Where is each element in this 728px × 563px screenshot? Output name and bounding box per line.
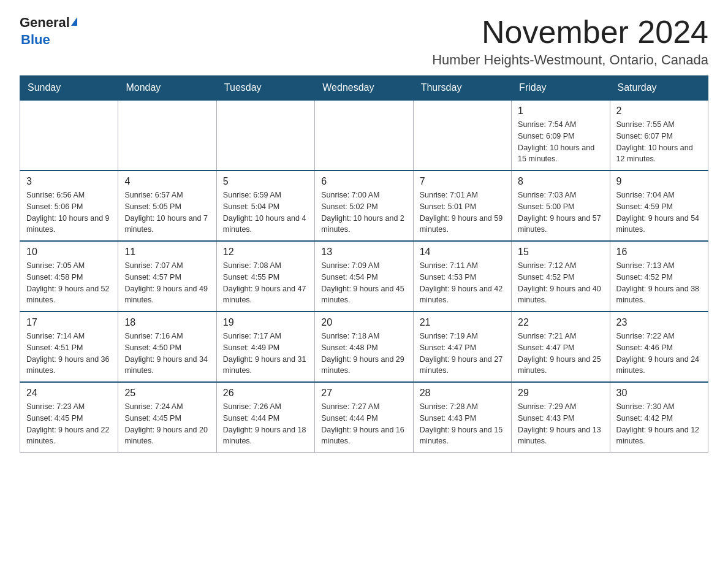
calendar-cell: 7Sunrise: 7:01 AMSunset: 5:01 PMDaylight… (413, 170, 511, 241)
calendar-cell: 16Sunrise: 7:13 AMSunset: 4:52 PMDayligh… (610, 241, 708, 312)
day-number: 17 (26, 317, 112, 328)
weekday-header-row: SundayMondayTuesdayWednesdayThursdayFrid… (20, 76, 708, 101)
day-number: 21 (420, 317, 505, 328)
day-number: 8 (518, 176, 603, 187)
weekday-header-thursday: Thursday (413, 76, 511, 101)
day-info: Sunrise: 7:24 AMSunset: 4:45 PMDaylight:… (124, 401, 210, 447)
title-area: November 2024 Humber Heights-Westmount, … (432, 15, 708, 68)
day-number: 13 (321, 247, 406, 258)
day-info: Sunrise: 7:54 AMSunset: 6:09 PMDaylight:… (518, 119, 603, 165)
calendar-cell: 5Sunrise: 6:59 AMSunset: 5:04 PMDaylight… (216, 170, 314, 241)
day-info: Sunrise: 7:13 AMSunset: 4:52 PMDaylight:… (616, 260, 702, 306)
day-info: Sunrise: 6:59 AMSunset: 5:04 PMDaylight:… (223, 190, 308, 236)
day-number: 25 (124, 388, 210, 399)
day-number: 24 (26, 388, 112, 399)
calendar-cell: 24Sunrise: 7:23 AMSunset: 4:45 PMDayligh… (20, 382, 118, 453)
day-info: Sunrise: 7:28 AMSunset: 4:43 PMDaylight:… (420, 401, 505, 447)
calendar-cell: 23Sunrise: 7:22 AMSunset: 4:46 PMDayligh… (610, 312, 708, 382)
calendar-cell: 30Sunrise: 7:30 AMSunset: 4:42 PMDayligh… (610, 382, 708, 453)
day-info: Sunrise: 7:21 AMSunset: 4:47 PMDaylight:… (518, 331, 603, 377)
weekday-header-friday: Friday (512, 76, 610, 101)
day-info: Sunrise: 7:23 AMSunset: 4:45 PMDaylight:… (26, 401, 112, 447)
day-info: Sunrise: 7:09 AMSunset: 4:54 PMDaylight:… (321, 260, 406, 306)
weekday-header-monday: Monday (118, 76, 216, 101)
day-info: Sunrise: 7:19 AMSunset: 4:47 PMDaylight:… (420, 331, 505, 377)
day-info: Sunrise: 7:27 AMSunset: 4:44 PMDaylight:… (321, 401, 406, 447)
day-info: Sunrise: 7:17 AMSunset: 4:49 PMDaylight:… (223, 331, 308, 377)
day-number: 4 (124, 176, 210, 187)
calendar-cell: 18Sunrise: 7:16 AMSunset: 4:50 PMDayligh… (118, 312, 216, 382)
day-number: 30 (616, 388, 702, 399)
calendar-cell: 14Sunrise: 7:11 AMSunset: 4:53 PMDayligh… (413, 241, 511, 312)
day-info: Sunrise: 7:12 AMSunset: 4:52 PMDaylight:… (518, 260, 603, 306)
weekday-header-sunday: Sunday (20, 76, 118, 101)
calendar-cell: 17Sunrise: 7:14 AMSunset: 4:51 PMDayligh… (20, 312, 118, 382)
day-number: 15 (518, 247, 603, 258)
calendar-cell: 29Sunrise: 7:29 AMSunset: 4:43 PMDayligh… (512, 382, 610, 453)
calendar-cell: 9Sunrise: 7:04 AMSunset: 4:59 PMDaylight… (610, 170, 708, 241)
weekday-header-saturday: Saturday (610, 76, 708, 101)
day-number: 12 (223, 247, 308, 258)
weekday-header-tuesday: Tuesday (216, 76, 314, 101)
calendar-cell (413, 100, 511, 170)
calendar-cell: 22Sunrise: 7:21 AMSunset: 4:47 PMDayligh… (512, 312, 610, 382)
day-number: 11 (124, 247, 210, 258)
day-info: Sunrise: 7:55 AMSunset: 6:07 PMDaylight:… (616, 119, 702, 165)
calendar-cell (216, 100, 314, 170)
day-info: Sunrise: 7:03 AMSunset: 5:00 PMDaylight:… (518, 190, 603, 236)
day-info: Sunrise: 7:16 AMSunset: 4:50 PMDaylight:… (124, 331, 210, 377)
calendar-cell: 11Sunrise: 7:07 AMSunset: 4:57 PMDayligh… (118, 241, 216, 312)
calendar-cell: 4Sunrise: 6:57 AMSunset: 5:05 PMDaylight… (118, 170, 216, 241)
calendar-cell: 10Sunrise: 7:05 AMSunset: 4:58 PMDayligh… (20, 241, 118, 312)
day-number: 26 (223, 388, 308, 399)
day-info: Sunrise: 7:14 AMSunset: 4:51 PMDaylight:… (26, 331, 112, 377)
day-number: 1 (518, 105, 603, 117)
page-header: General Blue November 2024 Humber Height… (20, 15, 708, 68)
day-info: Sunrise: 7:05 AMSunset: 4:58 PMDaylight:… (26, 260, 112, 306)
logo-blue-word: Blue (21, 32, 50, 48)
calendar-cell: 26Sunrise: 7:26 AMSunset: 4:44 PMDayligh… (216, 382, 314, 453)
day-number: 23 (616, 317, 702, 328)
day-info: Sunrise: 7:26 AMSunset: 4:44 PMDaylight:… (223, 401, 308, 447)
logo-general-text: General (20, 15, 70, 31)
day-info: Sunrise: 6:56 AMSunset: 5:06 PMDaylight:… (26, 190, 112, 236)
calendar-cell (118, 100, 216, 170)
day-number: 5 (223, 176, 308, 187)
day-number: 14 (420, 247, 505, 258)
location-subtitle: Humber Heights-Westmount, Ontario, Canad… (432, 52, 708, 68)
calendar-cell: 21Sunrise: 7:19 AMSunset: 4:47 PMDayligh… (413, 312, 511, 382)
day-info: Sunrise: 7:01 AMSunset: 5:01 PMDaylight:… (420, 190, 505, 236)
calendar-cell (315, 100, 413, 170)
week-row-5: 24Sunrise: 7:23 AMSunset: 4:45 PMDayligh… (20, 382, 708, 453)
day-number: 20 (321, 317, 406, 328)
week-row-3: 10Sunrise: 7:05 AMSunset: 4:58 PMDayligh… (20, 241, 708, 312)
day-number: 19 (223, 317, 308, 328)
week-row-1: 1Sunrise: 7:54 AMSunset: 6:09 PMDaylight… (20, 100, 708, 170)
day-number: 10 (26, 247, 112, 258)
calendar-cell: 1Sunrise: 7:54 AMSunset: 6:09 PMDaylight… (512, 100, 610, 170)
month-title: November 2024 (432, 15, 708, 50)
day-info: Sunrise: 7:08 AMSunset: 4:55 PMDaylight:… (223, 260, 308, 306)
day-number: 29 (518, 388, 603, 399)
calendar-cell: 3Sunrise: 6:56 AMSunset: 5:06 PMDaylight… (20, 170, 118, 241)
day-info: Sunrise: 7:00 AMSunset: 5:02 PMDaylight:… (321, 190, 406, 236)
calendar-cell: 28Sunrise: 7:28 AMSunset: 4:43 PMDayligh… (413, 382, 511, 453)
calendar-cell: 25Sunrise: 7:24 AMSunset: 4:45 PMDayligh… (118, 382, 216, 453)
day-number: 27 (321, 388, 406, 399)
calendar-cell: 19Sunrise: 7:17 AMSunset: 4:49 PMDayligh… (216, 312, 314, 382)
day-number: 7 (420, 176, 505, 187)
calendar-cell: 13Sunrise: 7:09 AMSunset: 4:54 PMDayligh… (315, 241, 413, 312)
calendar-cell (20, 100, 118, 170)
day-info: Sunrise: 7:30 AMSunset: 4:42 PMDaylight:… (616, 401, 702, 447)
logo: General Blue (20, 15, 77, 48)
day-info: Sunrise: 7:22 AMSunset: 4:46 PMDaylight:… (616, 331, 702, 377)
day-info: Sunrise: 7:11 AMSunset: 4:53 PMDaylight:… (420, 260, 505, 306)
week-row-2: 3Sunrise: 6:56 AMSunset: 5:06 PMDaylight… (20, 170, 708, 241)
day-number: 18 (124, 317, 210, 328)
calendar-cell: 20Sunrise: 7:18 AMSunset: 4:48 PMDayligh… (315, 312, 413, 382)
day-number: 9 (616, 176, 702, 187)
calendar-cell: 2Sunrise: 7:55 AMSunset: 6:07 PMDaylight… (610, 100, 708, 170)
day-info: Sunrise: 7:04 AMSunset: 4:59 PMDaylight:… (616, 190, 702, 236)
day-number: 3 (26, 176, 112, 187)
day-number: 22 (518, 317, 603, 328)
